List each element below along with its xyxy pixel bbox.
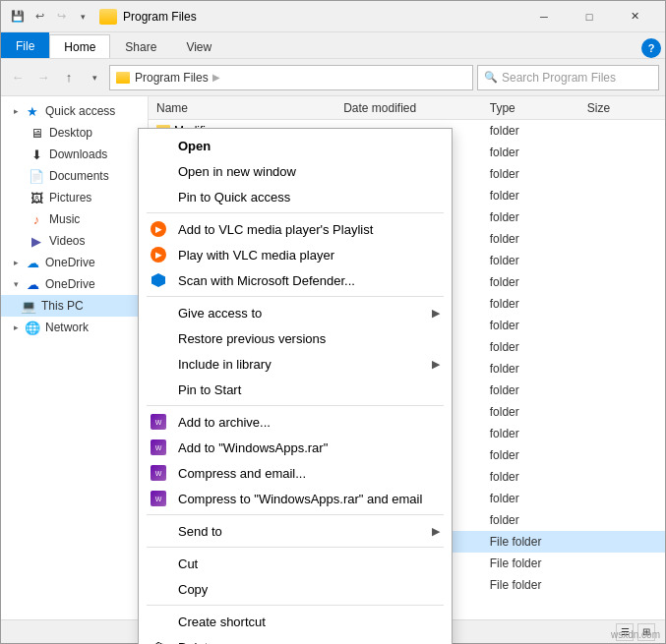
ctx-item-add-archive[interactable]: WAdd to archive... xyxy=(139,409,452,435)
ctx-label: Send to xyxy=(178,524,222,539)
tab-home[interactable]: Home xyxy=(49,34,110,58)
file-type: File folder xyxy=(490,556,587,570)
ctx-label: Compress and email... xyxy=(178,466,306,481)
file-type: File folder xyxy=(490,535,587,549)
sidebar-item-videos[interactable]: ▶ Videos xyxy=(21,230,148,252)
downloads-icon: ⬇ xyxy=(29,146,44,162)
winrar-icon: W xyxy=(149,489,168,508)
file-type: folder xyxy=(490,189,587,203)
file-type: folder xyxy=(490,319,587,332)
sidebar-label-desktop: Desktop xyxy=(49,126,92,140)
sidebar-label-videos: Videos xyxy=(49,234,85,248)
forward-button[interactable]: → xyxy=(32,67,54,88)
ctx-item-delete[interactable]: 🗑Delete xyxy=(139,634,452,644)
ctx-label: Cut xyxy=(178,556,198,571)
col-type-header[interactable]: Type xyxy=(490,101,587,115)
ctx-item-compress-email[interactable]: WCompress and email... xyxy=(139,460,452,486)
ctx-separator xyxy=(147,547,444,548)
sidebar-item-network[interactable]: ▸ 🌐 Network xyxy=(1,317,148,338)
back-button[interactable]: ← xyxy=(7,67,29,88)
ctx-label: Open xyxy=(178,139,211,153)
maximize-button[interactable]: □ xyxy=(567,1,612,32)
sidebar-item-documents[interactable]: 📄 Documents xyxy=(21,165,148,187)
ctx-label: Copy xyxy=(178,582,208,597)
ctx-item-copy[interactable]: Copy xyxy=(139,576,452,602)
sidebar-item-onedrive[interactable]: ▸ ☁ OneDrive xyxy=(1,252,148,273)
file-type: folder xyxy=(490,427,587,440)
sidebar-item-quickaccess[interactable]: ▸ ★ Quick access xyxy=(1,100,148,122)
file-type: folder xyxy=(490,405,587,419)
winrar-icon: W xyxy=(149,438,168,457)
recycle-icon: 🗑 xyxy=(149,637,168,644)
ctx-item-create-shortcut[interactable]: Create shortcut xyxy=(139,609,452,634)
window-controls: ─ □ ✕ xyxy=(521,1,657,32)
ribbon: File Home Share View ? xyxy=(1,32,665,59)
ctx-label: Pin to Quick access xyxy=(178,190,290,205)
file-type: folder xyxy=(490,275,587,289)
col-size-header[interactable]: Size xyxy=(587,101,665,115)
sidebar-label-network: Network xyxy=(45,321,89,334)
tab-share[interactable]: Share xyxy=(110,34,171,58)
sidebar-item-downloads[interactable]: ⬇ Downloads xyxy=(21,144,148,165)
ctx-label: Add to VLC media player's Playlist xyxy=(178,222,373,237)
watermark: wsxdn.com xyxy=(611,629,660,640)
address-chevron: ▶ xyxy=(212,72,220,83)
ctx-item-open[interactable]: Open xyxy=(139,133,452,158)
sidebar-item-music[interactable]: ♪ Music xyxy=(21,208,148,230)
tab-view[interactable]: View xyxy=(171,34,226,58)
pictures-icon: 🖼 xyxy=(29,190,44,205)
sidebar-item-desktop[interactable]: 🖥 Desktop xyxy=(21,122,148,144)
ctx-item-defender-scan[interactable]: Scan with Microsoft Defender... xyxy=(139,267,452,293)
ctx-item-open-new-window[interactable]: Open in new window xyxy=(139,158,452,184)
submenu-arrow: ▶ xyxy=(432,525,440,538)
ctx-item-vlc-play[interactable]: ▶Play with VLC media player xyxy=(139,242,452,267)
address-text: Program Files xyxy=(135,71,209,85)
file-type: folder xyxy=(490,492,587,505)
help-button[interactable]: ? xyxy=(641,38,661,58)
dropdown-icon[interactable]: ▾ xyxy=(74,8,91,26)
title-folder-icon xyxy=(99,9,117,25)
col-date-header[interactable]: Date modified xyxy=(343,101,490,115)
ctx-item-add-rar[interactable]: WAdd to "WindowsApps.rar" xyxy=(139,435,452,460)
undo-icon[interactable]: ↩ xyxy=(30,8,48,26)
ctx-item-restore-versions[interactable]: Restore previous versions xyxy=(139,325,452,351)
minimize-button[interactable]: ─ xyxy=(521,1,567,32)
defender-icon xyxy=(149,270,168,290)
ctx-item-pin-quick-access[interactable]: Pin to Quick access xyxy=(139,184,452,209)
ctx-item-send-to[interactable]: Send to▶ xyxy=(139,518,452,544)
chevron-icon2: ▸ xyxy=(9,256,23,269)
ctx-item-give-access[interactable]: Give access to▶ xyxy=(139,300,452,325)
ctx-item-include-library[interactable]: Include in library▶ xyxy=(139,351,452,377)
sidebar-label-thispc: This PC xyxy=(41,299,84,313)
sidebar-item-onedrive2[interactable]: ▾ ☁ OneDrive xyxy=(1,273,148,295)
submenu-arrow: ▶ xyxy=(432,307,440,320)
address-bar[interactable]: Program Files ▶ xyxy=(109,65,473,90)
ctx-item-compress-rar-email[interactable]: WCompress to "WindowsApps.rar" and email xyxy=(139,486,452,511)
file-type: folder xyxy=(490,210,587,224)
ctx-label: Open in new window xyxy=(178,164,296,179)
ctx-separator xyxy=(147,212,444,213)
ctx-label: Give access to xyxy=(178,306,262,321)
ctx-label: Delete xyxy=(178,640,215,645)
ctx-item-vlc-playlist[interactable]: ▶Add to VLC media player's Playlist xyxy=(139,216,452,242)
quick-save-icon[interactable]: 💾 xyxy=(9,8,27,26)
search-box[interactable]: 🔍 Search Program Files xyxy=(477,65,659,90)
sidebar-item-thispc[interactable]: 💻 This PC xyxy=(1,295,148,317)
ctx-separator xyxy=(147,296,444,297)
file-type: folder xyxy=(490,297,587,311)
redo-icon[interactable]: ↪ xyxy=(52,8,70,26)
file-type: folder xyxy=(490,470,587,484)
col-name-header[interactable]: Name xyxy=(149,101,343,115)
tab-file[interactable]: File xyxy=(1,32,49,58)
winrar-icon: W xyxy=(149,412,168,432)
sidebar-item-pictures[interactable]: 🖼 Pictures xyxy=(21,187,148,208)
address-bar-area: ← → ↑ ▾ Program Files ▶ 🔍 Search Program… xyxy=(1,59,665,96)
file-type: folder xyxy=(490,383,587,397)
recent-locations-button[interactable]: ▾ xyxy=(84,67,105,88)
ctx-item-cut[interactable]: Cut xyxy=(139,551,452,576)
up-button[interactable]: ↑ xyxy=(58,67,80,88)
file-type: folder xyxy=(490,124,587,138)
file-type: folder xyxy=(490,232,587,246)
ctx-item-pin-start[interactable]: Pin to Start xyxy=(139,377,452,402)
close-button[interactable]: ✕ xyxy=(612,1,657,32)
